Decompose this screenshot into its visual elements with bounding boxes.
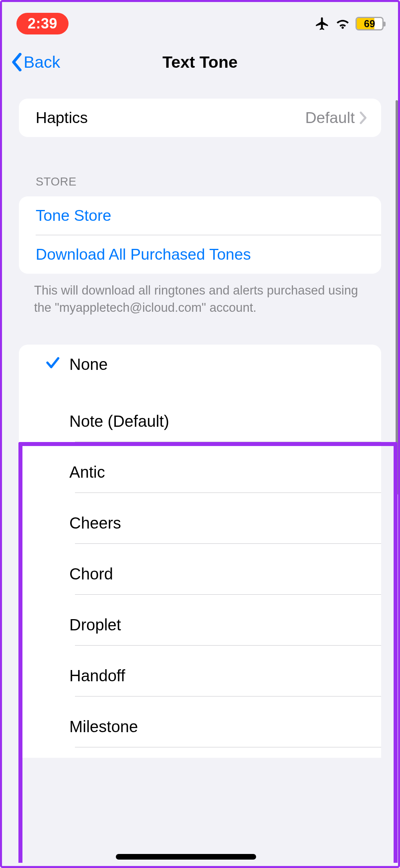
status-bar: 2:39 69	[2, 2, 398, 40]
tone-row[interactable]: Cheers	[19, 503, 381, 543]
chevron-right-icon	[360, 111, 367, 124]
tone-label: Antic	[69, 463, 364, 481]
nav-bar: Back Text Tone	[2, 40, 398, 84]
back-label: Back	[24, 53, 60, 72]
tone-list: NoneNote (Default)AnticCheersChordDrople…	[19, 345, 381, 758]
tone-row[interactable]: Note (Default)	[19, 402, 381, 442]
back-button[interactable]: Back	[11, 53, 60, 72]
tone-row[interactable]: Antic	[19, 452, 381, 493]
download-all-row[interactable]: Download All Purchased Tones	[19, 235, 381, 274]
nav-title: Text Tone	[2, 53, 398, 72]
check-slot	[36, 355, 69, 374]
tone-row[interactable]: None	[19, 345, 381, 385]
airplane-icon	[315, 16, 330, 31]
download-all-label: Download All Purchased Tones	[36, 246, 367, 263]
status-right: 69	[315, 16, 384, 31]
tone-label: Droplet	[69, 616, 364, 634]
scroll-indicator[interactable]	[396, 100, 398, 495]
tone-label: Chord	[69, 565, 364, 583]
tone-store-label: Tone Store	[36, 207, 367, 224]
chevron-left-icon	[11, 53, 23, 71]
haptics-group: Haptics Default	[19, 99, 381, 137]
screen: 2:39 69 Back Text Tone	[2, 2, 398, 866]
tone-label: Handoff	[69, 667, 364, 685]
checkmark-icon	[45, 355, 60, 374]
home-indicator[interactable]	[116, 854, 256, 860]
store-footer: This will download all ringtones and ale…	[19, 274, 381, 317]
haptics-value: Default	[305, 109, 355, 127]
wifi-icon	[335, 18, 350, 30]
haptics-row[interactable]: Haptics Default	[19, 99, 381, 137]
content: Haptics Default STORE Tone Store Downloa…	[2, 84, 398, 758]
tone-row[interactable]: Droplet	[19, 605, 381, 645]
tone-row[interactable]: Milestone	[19, 707, 381, 747]
store-header: STORE	[19, 175, 381, 196]
tone-row[interactable]: Chord	[19, 554, 381, 594]
tone-row[interactable]: Handoff	[19, 656, 381, 696]
status-time-pill[interactable]: 2:39	[16, 13, 69, 34]
battery-percent: 69	[357, 18, 382, 29]
tone-label: None	[69, 355, 364, 373]
battery-icon: 69	[356, 17, 384, 30]
tone-store-row[interactable]: Tone Store	[19, 196, 381, 235]
tone-label: Note (Default)	[69, 412, 364, 430]
store-group: Tone Store Download All Purchased Tones	[19, 196, 381, 274]
tone-label: Milestone	[69, 718, 364, 736]
status-time: 2:39	[28, 15, 57, 32]
haptics-label: Haptics	[36, 109, 305, 127]
tone-label: Cheers	[69, 514, 364, 532]
